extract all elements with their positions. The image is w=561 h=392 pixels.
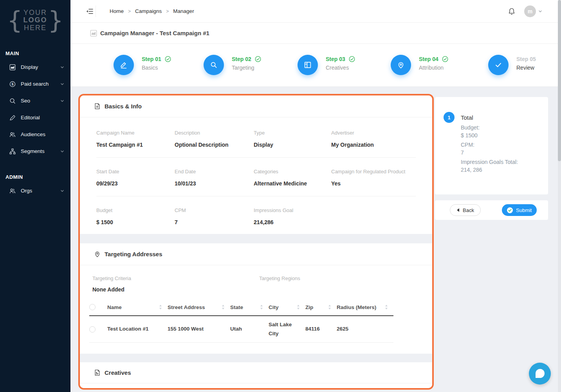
sidebar-item-audiences[interactable]: Audiences [0,126,70,143]
field-targeting-criteria: Targeting Criteria None Added [92,275,259,293]
step-circle[interactable] [391,55,411,75]
breadcrumb-campaigns[interactable]: Campaigns [135,8,162,14]
row-select-radio[interactable] [89,326,96,333]
chat-bubble-icon [536,369,545,378]
field-advertiser: Advertiser My Organization [331,130,416,148]
logo-brace-left: { [7,9,22,31]
topbar: Home > Campaigns > Manager m [70,0,561,23]
submit-button[interactable]: Submit [502,204,537,216]
addresses-table-header: Name Street Address State City [89,299,393,316]
sidebar-section-admin: ADMIN [0,171,70,182]
step-name: Creatives [326,65,355,71]
scrollbar-thumb[interactable] [558,0,561,161]
step-label: Step 02 [232,56,251,62]
sidebar-item-seo[interactable]: Seo [0,92,70,109]
step-name: Basics [142,65,171,71]
search-icon [209,61,218,69]
scrollbar-track[interactable] [558,0,561,392]
column-header-state[interactable]: State [230,304,269,310]
step-circle[interactable] [298,55,318,75]
chevron-down-icon [60,99,64,103]
sort-icon [260,305,263,309]
pin-icon [397,61,405,69]
targeting-addresses-header: Targeting Addresses [80,243,432,265]
cell-city: Salt Lake City [269,320,305,338]
summary-impression-goals: Impression Goals Total: 214, 286 [461,158,518,174]
notification-bell-icon[interactable] [508,7,516,15]
area-chart-icon [90,30,97,37]
check-circle-icon [507,207,513,213]
chevron-down-icon [60,149,64,153]
summary-cpm: CPM: 7 [461,141,518,156]
user-menu[interactable]: m [524,5,542,17]
cell-name: Test Location #1 [107,325,168,334]
summary-card: 1 Total Budget: $ 1500 CPM: 7 Impression… [435,97,548,194]
logo-word-2: LOGO [23,16,47,24]
column-header-zip[interactable]: Zip [305,304,337,310]
sidebar-item-label: Seo [21,98,30,104]
sort-icon [385,305,388,309]
sitemap-icon [9,148,16,155]
addresses-table: Name Street Address State City [89,299,393,343]
creatives-section: Creatives [80,362,432,388]
step-name: Attribution [419,65,448,71]
sidebar: { YOUR LOGO HERE } MAIN Display $ Paid s… [0,0,70,392]
dollar-circle-icon: $ [9,81,16,87]
sidebar-item-label: Orgs [21,188,32,194]
sidebar-item-editorial[interactable]: Editorial [0,109,70,126]
app-root: { YOUR LOGO HERE } MAIN Display $ Paid s… [0,0,561,392]
column-header-name[interactable]: Name [107,304,168,310]
column-header-radius[interactable]: Radius (Meters) [337,304,393,310]
field-cpm: CPM 7 [175,207,254,225]
sort-icon [297,305,300,309]
step-circle[interactable] [114,55,134,75]
section-title: Creatives [105,369,131,376]
layout-icon [303,61,312,69]
main-content: Basics & Info Campaign Name Test Campaig… [70,87,561,392]
step-circle[interactable] [488,55,509,75]
sidebar-item-paid-search[interactable]: $ Paid search [0,76,70,92]
select-all-radio[interactable] [89,304,96,310]
back-button[interactable]: Back [450,204,481,216]
step-name: Review [516,65,536,71]
table-row: Test Location #1 155 1000 West Utah Salt… [89,316,393,343]
logo-word-3: HERE [24,24,47,32]
step-label: Step 05 [516,56,536,62]
summary-title: Total [461,114,473,121]
cell-state: Utah [230,325,269,334]
section-title: Basics & Info [105,103,142,110]
breadcrumb-home[interactable]: Home [110,8,124,14]
check-circle-icon [165,56,171,62]
sidebar-item-label: Paid search [21,81,49,87]
field-type: Type Display [254,130,331,148]
sidebar-item-segments[interactable]: Segments [0,143,70,160]
map-pin-icon [94,251,101,257]
search-icon [9,98,16,104]
sidebar-item-label: Segments [21,148,45,154]
sort-icon [328,305,331,309]
column-header-city[interactable]: City [269,304,305,310]
check-circle-icon [349,56,355,62]
chevron-down-icon [60,65,64,69]
people-icon [9,131,16,138]
step-label: Step 04 [419,56,438,62]
titlebar: Campaign Manager - Test Campaign #1 [70,23,561,44]
breadcrumb-manager[interactable]: Manager [173,8,194,14]
chat-button[interactable] [529,363,551,385]
sidebar-item-orgs[interactable]: Orgs [0,182,70,199]
sidebar-section-main: MAIN [0,48,70,59]
column-header-street[interactable]: Street Address [168,304,230,310]
sidebar-item-display[interactable]: Display [0,59,70,76]
check-circle-icon [442,56,448,62]
menu-fold-icon[interactable] [86,7,94,15]
edit-icon [119,61,128,69]
logo-word-1: YOUR [23,9,47,16]
targeting-addresses-section: Targeting Addresses Targeting Criteria N… [80,243,432,354]
step-circle[interactable] [204,55,224,75]
avatar[interactable]: m [524,5,536,17]
breadcrumb: Home > Campaigns > Manager [110,0,194,22]
page-title: Campaign Manager - Test Campaign #1 [100,30,209,36]
actions-strip: Back Submit [435,200,548,220]
chevron-down-icon [538,9,542,13]
field-description: Description Optional Description [175,130,254,148]
